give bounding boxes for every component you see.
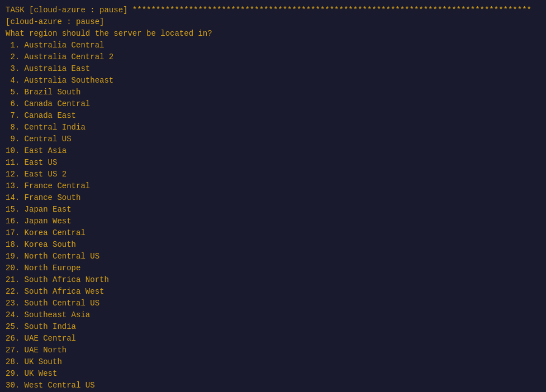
list-item: 28. UK South (6, 356, 540, 368)
list-item: 24. Southeast Asia (6, 309, 540, 321)
task-line: TASK [cloud-azure : pause] *************… (6, 4, 540, 16)
list-item: 22. South Africa West (6, 286, 540, 298)
list-item: 15. Japan East (6, 204, 540, 216)
list-item: 6. Canada Central (6, 98, 540, 110)
list-item: 18. Korea South (6, 239, 540, 251)
list-item: 16. Japan West (6, 216, 540, 227)
list-item: 12. East US 2 (6, 169, 540, 180)
list-item: 25. South India (6, 321, 540, 333)
list-item: 14. France South (6, 192, 540, 204)
list-item: 21. South Africa North (6, 274, 540, 286)
list-item: 11. East US (6, 157, 540, 169)
list-item: 2. Australia Central 2 (6, 51, 540, 63)
list-item: 10. East Asia (6, 145, 540, 157)
list-item: 7. Canada East (6, 110, 540, 122)
list-item: 4. Australia Southeast (6, 75, 540, 87)
list-item: 13. France Central (6, 180, 540, 192)
list-item: 23. South Central US (6, 298, 540, 309)
question-line: What region should the server be located… (6, 28, 540, 40)
list-item: 5. Brazil South (6, 87, 540, 98)
prompt-line: [cloud-azure : pause] (6, 16, 540, 28)
region-list: 1. Australia Central 2. Australia Centra… (6, 40, 540, 392)
list-item: 1. Australia Central (6, 40, 540, 51)
list-item: 29. UK West (6, 368, 540, 380)
list-item: 3. Australia East (6, 63, 540, 75)
list-item: 9. Central US (6, 133, 540, 145)
list-item: 27. UAE North (6, 345, 540, 356)
list-item: 17. Korea Central (6, 227, 540, 239)
list-item: 19. North Central US (6, 251, 540, 262)
list-item: 20. North Europe (6, 262, 540, 274)
list-item: 26. UAE Central (6, 333, 540, 345)
list-item: 8. Central India (6, 122, 540, 133)
terminal: TASK [cloud-azure : pause] *************… (6, 4, 540, 392)
list-item: 30. West Central US (6, 380, 540, 391)
